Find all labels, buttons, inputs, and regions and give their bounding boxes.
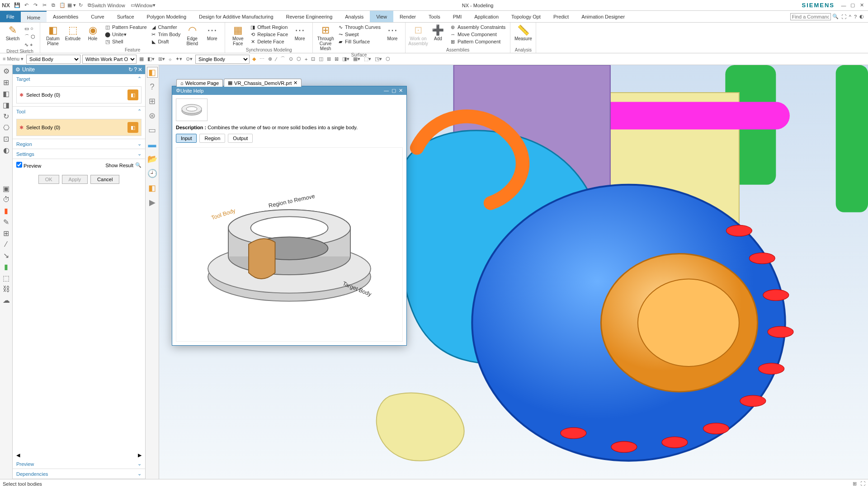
single-body-combo[interactable]: Single Body [195, 55, 250, 64]
offset-region-button[interactable]: ◨Offset Region [248, 23, 290, 31]
sheet-nav-icon[interactable]: ▭ [147, 125, 158, 136]
apply-button[interactable]: Apply [62, 175, 88, 184]
reset-icon[interactable]: ↻ [128, 66, 133, 73]
tab-predict[interactable]: Predict [547, 11, 575, 22]
rb1-h-icon[interactable]: ◐ [3, 146, 9, 155]
sel-o[interactable]: ⬡ [385, 56, 391, 62]
selection-type-combo[interactable]: Solid Body [26, 55, 80, 64]
snap-icon[interactable]: ◆ [251, 56, 257, 62]
rb1-d-icon[interactable]: ◨ [3, 101, 9, 109]
tab-view[interactable]: View [370, 11, 393, 22]
repeat-icon[interactable]: ↻ [76, 1, 85, 10]
tab-polygon-modeling[interactable]: Polygon Modeling [141, 11, 193, 22]
play-icon[interactable]: ▶ [147, 197, 158, 208]
status-view-icon[interactable]: ⊞ [853, 481, 857, 487]
ok-button[interactable]: OK [38, 175, 59, 184]
selection-scope-combo[interactable]: Within Work Part Or [82, 55, 137, 64]
constraint-nav-icon[interactable]: ⊛ [147, 110, 158, 121]
trim-body-button[interactable]: ✂Trim Body [149, 31, 183, 38]
filter6-icon[interactable]: ⊙▾ [185, 56, 193, 62]
menu-button[interactable]: ≡ Menu ▾ [2, 56, 24, 62]
blue-nav-icon[interactable]: ▬ [147, 139, 158, 150]
cut-icon[interactable]: ✂ [40, 1, 49, 10]
help-panel-icon[interactable]: ? [134, 66, 137, 73]
maximize-icon[interactable]: ▢ [848, 1, 857, 10]
unite-dialog-header[interactable]: ⚙ Unite ↻ ? ✕ [13, 65, 145, 74]
pattern-component-button[interactable]: ⊞Pattern Component [448, 38, 507, 45]
help-close-icon[interactable]: ✕ [399, 88, 403, 94]
sketch-button[interactable]: ✎Sketch [3, 23, 23, 42]
window-menu-button[interactable]: ▭ Window ▾ [128, 1, 158, 10]
rb2-d-icon[interactable]: ✎ [3, 218, 9, 226]
help-tab-output[interactable]: Output [228, 134, 253, 143]
sel-m[interactable]: ⬚▾ [363, 56, 372, 62]
through-curve-mesh-button[interactable]: ⊞Through Curve Mesh [316, 23, 335, 52]
sel-l[interactable]: ▦▾ [352, 56, 361, 62]
rb2-a-icon[interactable]: ▣ [3, 184, 9, 193]
filter3-icon[interactable]: ⊞▾ [157, 56, 166, 62]
draft-button[interactable]: ◣Draft [149, 38, 183, 45]
search-icon[interactable]: 🔍 [832, 14, 839, 19]
switch-window-button[interactable]: ⧉ Switch Window [85, 1, 128, 10]
sketch-line-icon[interactable]: ▭ ○ [23, 25, 37, 32]
find-command-input[interactable] [790, 13, 831, 20]
tab-topology-opt[interactable]: Topology Opt [505, 11, 547, 22]
redo-icon[interactable]: ↷ [31, 1, 40, 10]
section-preview[interactable]: Preview⌄ [13, 459, 145, 469]
sel-b[interactable]: ∕ [275, 56, 278, 62]
tab-tools[interactable]: Tools [422, 11, 447, 22]
chamfer-button[interactable]: ◢Chamfer [149, 23, 183, 31]
hscroll-left-icon[interactable]: ◀ [16, 452, 20, 458]
rb2-j-icon[interactable]: ⛓ [3, 285, 10, 293]
edge-blend-button[interactable]: ◠Edge Blend [182, 23, 202, 47]
through-curves-button[interactable]: ∿Through Curves [335, 23, 382, 31]
assembly-nav-icon[interactable]: ⊞ [147, 96, 158, 107]
rb2-c-icon[interactable]: ▮ [4, 206, 8, 215]
status-full-icon[interactable]: ⛶ [860, 481, 865, 487]
rb2-e-icon[interactable]: ⊞ [3, 229, 9, 238]
help-tab-input[interactable]: Input [176, 134, 197, 143]
move-face-button[interactable]: ▦Move Face [228, 23, 248, 47]
surface-more-button[interactable]: ⋯More [382, 23, 402, 42]
preview-checkbox[interactable]: Preview [16, 162, 41, 169]
tab-surface[interactable]: Surface [111, 11, 141, 22]
rb2-f-icon[interactable]: ∕ [5, 240, 7, 249]
help-tab-region[interactable]: Region [199, 134, 225, 143]
section-settings[interactable]: Settings⌄ [13, 149, 145, 159]
sel-i[interactable]: ⊞ [326, 56, 332, 62]
section-dependencies[interactable]: Dependencies⌄ [13, 469, 145, 479]
snap-more-icon[interactable]: ⋯ [259, 56, 265, 62]
sel-g[interactable]: ⊡ [310, 56, 316, 62]
rb2-h-icon[interactable]: ▮ [4, 263, 8, 271]
sel-e[interactable]: ⬡ [296, 56, 302, 62]
measure-button[interactable]: 📏Measure [513, 23, 533, 42]
options-icon[interactable]: ◐ [859, 14, 864, 19]
target-select-body[interactable]: ✱ Select Body (0) ◧ [16, 86, 142, 103]
collapse-ribbon-icon[interactable]: ^ [849, 14, 851, 19]
close-panel-icon[interactable]: ✕ [138, 66, 142, 73]
help-icon[interactable]: ? [854, 14, 857, 19]
fullscreen-icon[interactable]: ⛶ [841, 14, 846, 19]
sel-h[interactable]: ◫ [318, 56, 324, 62]
pattern-feature-button[interactable]: ◫Pattern Feature [103, 23, 148, 31]
sel-n[interactable]: ◳▾ [374, 56, 383, 62]
extrude-button[interactable]: ⬚Extrude [63, 23, 83, 42]
hole-button[interactable]: ◉Hole [83, 23, 103, 42]
folder-open-icon[interactable]: 📂 [147, 154, 158, 164]
show-result-button[interactable]: Show Result 🔍 [105, 162, 142, 168]
help-maximize-icon[interactable]: ▢ [392, 88, 396, 94]
help-header[interactable]: ⚙ Unite Help — ▢ ✕ [172, 86, 406, 95]
rb2-i-icon[interactable]: ⬚ [3, 274, 9, 282]
filter5-icon[interactable]: ✦▾ [175, 56, 183, 62]
rb1-g-icon[interactable]: ⊡ [3, 135, 9, 143]
save-icon[interactable]: 💾 [13, 1, 22, 10]
replace-face-button[interactable]: ⟲Replace Face [248, 31, 290, 38]
tab-reverse-engineering[interactable]: Reverse Engineering [280, 11, 339, 22]
section-tool[interactable]: Tool⌃ [13, 107, 145, 116]
assembly-constraints-button[interactable]: ⊛Assembly Constraints [448, 23, 507, 31]
add-component-button[interactable]: ➕Add [428, 23, 448, 42]
doc-tab-active[interactable]: ▦VR_Chassis_DemoVR.prt ✕ [224, 79, 302, 87]
datum-plane-button[interactable]: ◧Datum Plane [43, 23, 63, 47]
sel-j[interactable]: ⊠ [334, 56, 340, 62]
rb2-g-icon[interactable]: ↘ [3, 251, 9, 260]
